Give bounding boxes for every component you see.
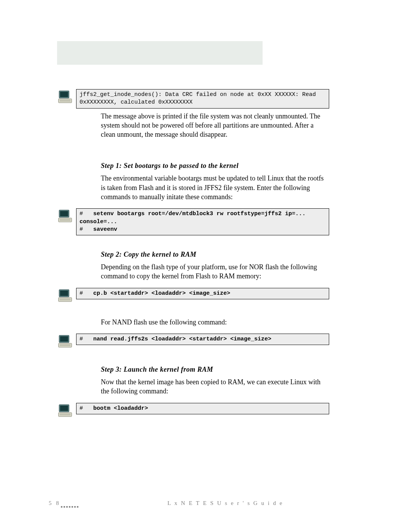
svg-rect-6 [60,211,68,216]
code-row-4: # nand read.jffs2s <loadaddr> <startaddr… [57,334,329,350]
svg-rect-1 [60,92,68,97]
footer-title: L x N E T E S U s e r ' s G u i d e [167,500,284,506]
content-area: jffs2_get_inode_nodes(): Data CRC failed… [57,88,329,421]
svg-rect-16 [60,336,68,342]
body-paragraph: The message above is printed if the file… [101,112,329,139]
svg-rect-17 [59,343,72,347]
step-heading-1: Step 1: Set bootargs to be passed to the… [101,162,329,170]
computer-icon [57,334,76,350]
svg-rect-2 [59,99,72,103]
command-text: cp.b <startaddr> <loadaddr> <image_size> [93,290,230,297]
svg-rect-11 [60,291,68,296]
code-row-2: # setenv bootargs root=/dev/mtdblock3 rw… [57,208,329,235]
code-row-5: # bootm <loadaddr> [57,403,329,420]
body-paragraph: Now that the kernel image has been copie… [101,377,329,396]
code-block: # setenv bootargs root=/dev/mtdblock3 rw… [76,208,329,235]
svg-rect-7 [59,218,72,222]
page: jffs2_get_inode_nodes(): Data CRC failed… [0,0,411,532]
command-text: nand read.jffs2s <loadaddr> <startaddr> … [93,336,271,342]
prompt: # [80,405,86,412]
computer-icon [57,89,76,106]
svg-rect-22 [59,412,72,417]
prompt: # [80,211,86,217]
header-bar [57,41,263,65]
computer-icon [57,403,76,420]
code-block: # cp.b <startaddr> <loadaddr> <image_siz… [76,288,329,299]
footer-dots-icon [61,503,80,509]
command-text: setenv bootargs root=/dev/mtdblock3 rw r… [80,211,309,225]
step-heading-2: Step 2: Copy the kernel to RAM [101,251,329,259]
page-number: 5 8 [49,500,61,506]
command-text: bootm <loadaddr> [93,405,148,412]
computer-icon [57,208,76,225]
code-block: jffs2_get_inode_nodes(): Data CRC failed… [76,89,329,109]
prompt: # [80,226,86,233]
code-block: # bootm <loadaddr> [76,403,329,414]
svg-rect-12 [59,297,72,302]
svg-rect-21 [60,406,68,411]
body-paragraph: The environmental variable bootargs must… [101,174,329,201]
step-heading-3: Step 3: Launch the kernel from RAM [101,366,329,374]
prompt: # [80,336,86,342]
code-block: # nand read.jffs2s <loadaddr> <startaddr… [76,334,329,345]
prompt: # [80,290,86,297]
computer-icon [57,288,76,305]
code-row-1: jffs2_get_inode_nodes(): Data CRC failed… [57,89,329,109]
body-paragraph: For NAND flash use the following command… [101,318,329,327]
code-row-3: # cp.b <startaddr> <loadaddr> <image_siz… [57,288,329,305]
body-paragraph: Depending on the flash type of your plat… [101,262,329,281]
command-text: saveenv [93,226,117,233]
